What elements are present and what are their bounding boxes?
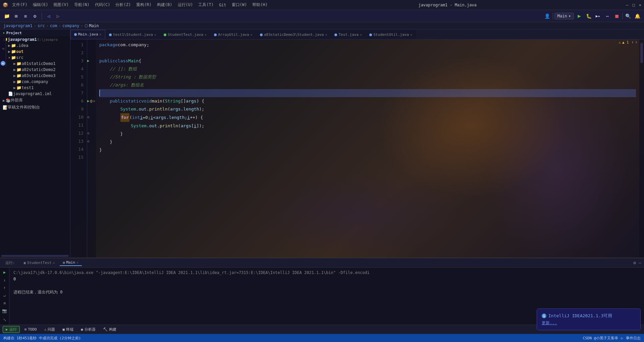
- bc-src[interactable]: src: [38, 23, 45, 28]
- left-tab-2[interactable]: ▪: [1, 61, 5, 66]
- sidebar-item-test1[interactable]: ▶ 📁 test1: [0, 85, 70, 91]
- minimize-btn[interactable]: —: [626, 3, 628, 7]
- structure-icon[interactable]: ≡: [21, 12, 30, 20]
- sidebar-item-iml[interactable]: 📄 javaprogram1.iml: [0, 91, 70, 97]
- warning-bar[interactable]: ⚠ ▲ 1 ⬆ ⬇: [619, 40, 637, 45]
- tab-main-java[interactable]: Main.java ✕: [70, 30, 105, 39]
- sidebar-item-a03[interactable]: ▶ 📁 a03staticDemo3: [0, 73, 70, 79]
- maximize-btn[interactable]: □: [633, 3, 635, 7]
- menu-code[interactable]: 代码(C): [94, 1, 112, 8]
- left-tab-1[interactable]: P: [1, 39, 5, 59]
- bc-project[interactable]: javaprogram1: [3, 23, 33, 28]
- run-camera-btn[interactable]: 📷: [1, 308, 8, 314]
- profiler-icon: ◉: [81, 327, 83, 332]
- menu-navigate[interactable]: 导航(N): [73, 1, 91, 8]
- tab-a03student-close[interactable]: ✕: [325, 33, 327, 37]
- menu-file[interactable]: 文件(F): [11, 1, 29, 8]
- problems-btn[interactable]: ⚠ 问题: [42, 326, 58, 333]
- run-expand-btn[interactable]: ⤡: [1, 317, 8, 323]
- sidebar-item-idea[interactable]: ▶ 📁 .idea: [0, 43, 70, 49]
- menu-refactor[interactable]: 重构(R): [135, 1, 153, 8]
- tab-a03student[interactable]: a03staticDemo3\Student.java ✕: [256, 30, 331, 39]
- tab-arrayutil-close[interactable]: ✕: [251, 33, 253, 37]
- tab-test[interactable]: Test.java ✕: [331, 30, 366, 39]
- editor-scrollbar[interactable]: [639, 40, 644, 258]
- project-view-icon[interactable]: 📁: [3, 12, 11, 20]
- run-config-dropdown[interactable]: Main ▾: [554, 13, 574, 19]
- menu-build[interactable]: 构建(B): [156, 1, 174, 8]
- menu-run[interactable]: 运行(U): [176, 1, 195, 8]
- forward-icon[interactable]: ▷: [54, 12, 62, 20]
- tab-studentutil-close[interactable]: ✕: [410, 33, 412, 37]
- search-everywhere-icon[interactable]: 🔍: [624, 12, 632, 20]
- event-log-label[interactable]: 事件日志: [626, 336, 641, 341]
- run-with-coverage-button[interactable]: ▶▸: [594, 12, 602, 20]
- bc-file[interactable]: Main: [89, 23, 99, 28]
- a02-label: a02staticDemo2: [21, 67, 55, 72]
- build-btn[interactable]: 🔨 构建: [100, 326, 119, 333]
- sidebar-item-a01[interactable]: ▶ 📁 a01staticDemo1: [0, 61, 70, 67]
- bc-com[interactable]: com: [50, 23, 57, 28]
- studenttest-tab-close[interactable]: ✕: [53, 261, 55, 265]
- run-toolbar-btn[interactable]: ▶ 运行: [3, 326, 20, 333]
- bookmark-icon[interactable]: ⊞: [12, 12, 20, 20]
- more-run-options[interactable]: ⋯: [603, 12, 611, 20]
- profiler-btn[interactable]: ◉ 分析器: [78, 326, 98, 333]
- user-icon[interactable]: 👤: [543, 12, 551, 20]
- run-filter-btn[interactable]: ≡: [1, 300, 8, 306]
- sidebar-item-com[interactable]: ▶ 📁 com.company: [0, 79, 70, 85]
- tab-arrayutil[interactable]: ArrayUtil.java ✕: [210, 30, 256, 39]
- run-scroll-up-btn[interactable]: ↑: [1, 284, 8, 291]
- sidebar-item-src[interactable]: ▾ 📁 src: [0, 55, 70, 61]
- minimize-panel-icon[interactable]: —: [639, 260, 641, 265]
- sidebar-scrollbar[interactable]: [1, 255, 69, 257]
- settings-bottom-icon[interactable]: ⚙: [633, 260, 636, 265]
- run-wrap-btn[interactable]: ↵: [1, 292, 8, 298]
- scrollbar-thumb[interactable]: [640, 43, 643, 63]
- main-tab-close[interactable]: ✕: [76, 261, 78, 264]
- statusbar-right[interactable]: CSDN @小黑子又客串 ▷ 事件日志: [583, 336, 641, 341]
- menu-view[interactable]: 视图(V): [52, 1, 70, 8]
- sidebar-header[interactable]: ▾ Project: [0, 29, 70, 37]
- collapse-all-icon[interactable]: ⬆: [632, 40, 634, 45]
- menu-git[interactable]: Git: [218, 2, 228, 8]
- tab-student-close[interactable]: ✕: [154, 33, 156, 37]
- sidebar-item-extlib[interactable]: ▶ 📚 外部库: [0, 97, 70, 104]
- notifications-icon[interactable]: 🔔: [633, 12, 641, 20]
- sidebar-item-out[interactable]: ▶ 📁 out: [0, 49, 70, 55]
- tab-test-close[interactable]: ✕: [360, 33, 362, 37]
- toolbar: 📁 ⊞ ≡ ⚙ ◁ ▷ 👤 Main ▾ ▶ 🐛 ▶▸ ⋯ ■ 🔍 🔔: [0, 10, 644, 22]
- expand-all-icon[interactable]: ⬇: [635, 40, 637, 45]
- code-area[interactable]: package com.company; public class Main {…: [96, 40, 639, 258]
- back-icon[interactable]: ◁: [45, 12, 53, 20]
- sidebar-item-project[interactable]: 📁 javaprogram1 E:\javapro: [0, 37, 70, 43]
- run-button[interactable]: ▶: [575, 12, 583, 20]
- menu-help[interactable]: 帮助(H): [251, 1, 269, 8]
- notification-link[interactable]: 更新...: [542, 320, 636, 326]
- todo-btn[interactable]: ≡ TODO: [22, 327, 40, 332]
- tab-main-run[interactable]: ▣ Main ✕: [60, 260, 82, 266]
- statusbar-left: 构建在 1秒451毫秒 中成功完成 (2分钟之前): [3, 336, 81, 341]
- settings-icon[interactable]: ⚙: [31, 12, 39, 20]
- debug-button[interactable]: 🐛: [585, 12, 593, 20]
- run-scroll-down-btn[interactable]: ↓: [1, 277, 8, 283]
- menu-edit[interactable]: 编辑(E): [32, 1, 50, 8]
- tab-studenttest-close[interactable]: ✕: [205, 33, 207, 37]
- tab-studenttest[interactable]: StudentTest.java ✕: [160, 30, 210, 39]
- menu-window[interactable]: 窗口(W): [230, 1, 249, 8]
- tab-studenttest-run[interactable]: ▣ StudentTest ✕: [20, 260, 58, 266]
- tab-studentutil[interactable]: StudentUtil.java ✕: [366, 30, 416, 39]
- statusbar: 构建在 1秒451毫秒 中成功完成 (2分钟之前) CSDN @小黑子又客串 ▷…: [0, 334, 644, 342]
- run-start-btn[interactable]: ▶: [1, 269, 8, 275]
- tab-student[interactable]: test1\Student.java ✕: [105, 30, 160, 39]
- sidebar-item-scratches[interactable]: 📝 草稿文件和控制台: [0, 104, 70, 111]
- menu-analyze[interactable]: 分析(Z): [114, 1, 132, 8]
- extlib-expand-icon: ▶: [3, 98, 5, 103]
- bc-company[interactable]: company: [62, 23, 79, 28]
- close-btn[interactable]: ✕: [639, 3, 641, 7]
- sidebar-item-a02[interactable]: ▶ 📁 a02staticDemo2: [0, 67, 70, 73]
- menu-tools[interactable]: 工具(T): [197, 1, 215, 8]
- tab-main-close[interactable]: ✕: [100, 32, 102, 36]
- terminal-btn[interactable]: ▣ 终端: [60, 326, 76, 333]
- stop-button[interactable]: ■: [613, 12, 621, 20]
